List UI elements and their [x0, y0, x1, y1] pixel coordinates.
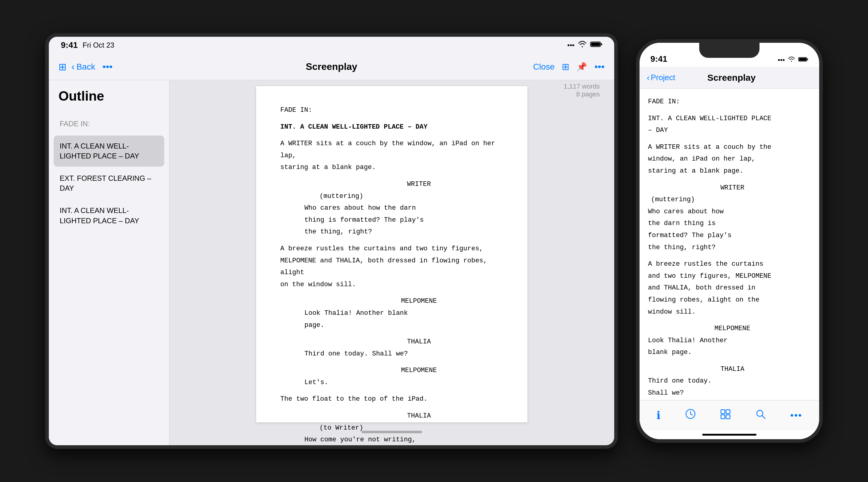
sidebar-item-scene1[interactable]: INT. A CLEAN WELL-LIGHTED PLACE – DAY [54, 135, 164, 167]
char-melpomene-2: MELPOMENE [280, 364, 503, 377]
sidebar-item-label: FADE IN: [60, 120, 90, 128]
sidebar-items: FADE IN: INT. A CLEAN WELL-LIGHTED PLACE… [49, 113, 169, 445]
iphone-char1: WRITER [648, 182, 811, 194]
iphone-dial3: Third one today.Shall we? [648, 375, 811, 399]
back-button[interactable]: ‹ Back [71, 61, 95, 72]
iphone-paren1: (muttering) [648, 194, 811, 206]
iphone-nav-title: Screenplay [675, 73, 788, 83]
iphone-home-indicator [640, 430, 819, 439]
back-label: Back [76, 62, 95, 72]
iphone-char3: THALIA [648, 363, 811, 375]
tab-history[interactable] [685, 409, 696, 422]
iphone-status-icons: ▪▪▪ [778, 56, 808, 64]
tab-more[interactable]: ••• [790, 410, 802, 421]
ipad-status-bar: 9:41 Fri Oct 23 ▪▪▪ [49, 37, 614, 54]
tab-search[interactable] [755, 409, 766, 422]
nav-center: Screenplay [143, 61, 520, 72]
close-button[interactable]: Close [533, 62, 555, 72]
iphone-screenplay: FADE IN: INT. A CLEAN WELL-LIGHTED PLACE… [648, 96, 811, 400]
iphone-action2: A breeze rustles the curtainsand two tin… [648, 258, 811, 318]
iphone-fade-in: FADE IN: [648, 96, 811, 108]
iphone-time: 9:41 [650, 54, 667, 64]
grid-icon [720, 409, 731, 422]
svg-rect-5 [799, 58, 807, 61]
scroll-indicator-wrap [256, 428, 527, 439]
action-2: A breeze rustles the curtains and two ti… [280, 243, 503, 290]
ipad-date: Fri Oct 23 [83, 41, 114, 50]
nav-right: Close ⊞ 📌 ••• [520, 61, 604, 72]
word-count-display: 1,117 words 8 pages [564, 83, 600, 98]
more-icon: ••• [790, 410, 802, 421]
search-icon [755, 409, 766, 422]
iphone-tab-bar: ℹ [640, 400, 819, 430]
iphone-dial2: Look Thalia! Anotherblank page. [648, 335, 811, 358]
iphone-nav: ‹ Project Screenplay [640, 67, 819, 89]
chevron-left-icon: ‹ [71, 61, 75, 72]
sidebar: Outline FADE IN: INT. A CLEAN WELL-LIGHT… [49, 80, 169, 445]
more-options-icon[interactable]: ••• [594, 61, 604, 72]
iphone-chevron-icon: ‹ [647, 73, 650, 83]
action-3: The two float to the top of the iPad. [280, 393, 503, 405]
svg-rect-1 [601, 43, 602, 45]
iphone-char2: MELPOMENE [648, 323, 811, 335]
tab-info[interactable]: ℹ [656, 409, 661, 422]
pin-icon[interactable]: 📌 [577, 62, 587, 72]
sidebar-item-label: INT. A CLEAN WELL-LIGHTED PLACE – DAY [60, 142, 139, 160]
svg-line-14 [762, 415, 765, 418]
sidebar-item-scene2[interactable]: EXT. FOREST CLEARING – DAY [54, 168, 164, 199]
page-count: 8 pages [564, 90, 600, 98]
iphone-dial1: Who cares about howthe darn thing isform… [648, 206, 811, 253]
doc-area[interactable]: 1,117 words 8 pages FADE IN: INT. A CLEA… [169, 80, 614, 445]
iphone-back-button[interactable]: ‹ Project [647, 73, 675, 83]
signal-icon: ▪▪▪ [567, 41, 575, 49]
iphone-notch [699, 43, 760, 58]
svg-rect-4 [807, 59, 808, 60]
svg-rect-2 [591, 42, 600, 46]
sidebar-item-label: EXT. FOREST CLEARING – DAY [60, 174, 151, 193]
doc-page-1: FADE IN: INT. A CLEAN WELL-LIGHTED PLACE… [256, 86, 527, 422]
svg-rect-12 [726, 415, 730, 419]
sidebar-header: Outline [49, 80, 169, 113]
iphone: 9:41 ▪▪▪ ‹ Project [636, 39, 823, 443]
char-writer-1: WRITER [280, 178, 503, 190]
doc-title: Screenplay [306, 61, 358, 72]
sidebar-toggle-icon[interactable]: ⊞ [59, 61, 67, 73]
ipad-time: 9:41 [61, 40, 78, 50]
svg-line-8 [690, 414, 692, 415]
svg-rect-11 [721, 415, 725, 419]
word-count: 1,117 words [564, 83, 600, 90]
dial-melpomene-2: Let's. [280, 377, 503, 389]
clock-icon [685, 409, 696, 422]
sidebar-item-fade-in[interactable]: FADE IN: [54, 113, 164, 134]
fade-in: FADE IN: [280, 104, 503, 116]
iphone-content[interactable]: FADE IN: INT. A CLEAN WELL-LIGHTED PLACE… [640, 89, 819, 400]
ipad-nav-bar: ⊞ ‹ Back ••• Screenplay Close ⊞ 📌 ••• [49, 54, 614, 80]
battery-icon [590, 41, 602, 50]
iphone-action1: A WRITER sits at a couch by thewindow, a… [648, 141, 811, 177]
ipad-landscape: 9:41 Fri Oct 23 ▪▪▪ ⊞ [45, 33, 618, 449]
scroll-indicator [362, 431, 422, 433]
paren-writer-1: (muttering) [280, 190, 503, 202]
iphone-signal-icon: ▪▪▪ [778, 56, 785, 64]
iphone-wifi-icon [788, 56, 795, 64]
main-area: Outline FADE IN: INT. A CLEAN WELL-LIGHT… [49, 80, 614, 445]
dial-thalia-1: Third one today. Shall we? [280, 348, 503, 360]
iphone-battery-icon [798, 56, 808, 64]
scene-heading-1: INT. A CLEAN WELL-LIGHTED PLACE – DAY [280, 121, 503, 133]
nav-left: ⊞ ‹ Back ••• [59, 61, 143, 73]
dial-writer-1: Who cares about how the darnthing is for… [280, 202, 503, 238]
sidebar-item-label: INT. A CLEAN WELL-LIGHTED PLACE – DAY [60, 206, 139, 225]
tab-grid[interactable] [720, 409, 731, 422]
action-1: A WRITER sits at a couch by the window, … [280, 138, 503, 173]
iphone-home-bar [702, 434, 756, 436]
svg-rect-9 [721, 410, 725, 414]
char-thalia-1: THALIA [280, 336, 503, 348]
wifi-icon [578, 41, 587, 50]
iphone-back-label: Project [651, 73, 675, 82]
info-icon: ℹ [656, 409, 661, 422]
more-icon[interactable]: ••• [102, 61, 113, 72]
iphone-scene1: INT. A CLEAN WELL-LIGHTED PLACE– DAY [648, 113, 811, 136]
sidebar-item-scene3[interactable]: INT. A CLEAN WELL-LIGHTED PLACE – DAY [54, 200, 164, 231]
grid-view-icon[interactable]: ⊞ [562, 61, 569, 72]
char-melpomene-1: MELPOMENE [280, 295, 503, 307]
